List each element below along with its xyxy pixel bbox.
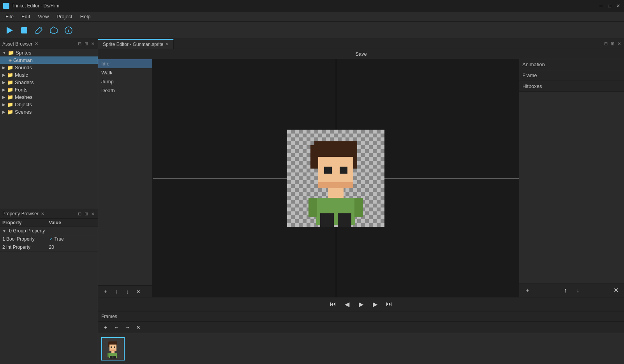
expand-arrow-meshes: ▶ <box>2 95 5 99</box>
tree-item-objects[interactable]: ▶ 📁 Objects <box>0 101 98 108</box>
prop-col-property: Property <box>2 220 49 225</box>
canvas-area[interactable] <box>153 59 519 297</box>
expand-arrow-shaders: ▶ <box>2 80 5 84</box>
property-browser-close-btn[interactable]: ✕ <box>90 211 95 217</box>
property-browser-title: Property Browser <box>2 211 39 216</box>
playback-play-button[interactable]: ▶ <box>356 299 367 309</box>
prop-row-group[interactable]: ▼ 0 Group Property <box>0 227 98 235</box>
svg-rect-27 <box>113 356 116 359</box>
frame-thumbnail-0[interactable] <box>101 337 125 360</box>
playback-first-button[interactable]: ⏮ <box>328 299 338 309</box>
prop-name-bool: 1 Bool Property <box>2 236 49 242</box>
tree-item-fonts[interactable]: ▶ 📁 Fonts <box>0 86 98 93</box>
tab-close-all[interactable]: ✕ <box>617 41 622 47</box>
right-down-button[interactable]: ↓ <box>573 285 583 295</box>
asset-browser-close[interactable]: ✕ <box>35 41 38 46</box>
tab-sprite-editor-close[interactable]: ✕ <box>166 42 169 46</box>
property-browser-popout[interactable]: ⊟ <box>77 211 82 217</box>
maximize-button[interactable]: □ <box>607 3 612 9</box>
asset-browser-popout[interactable]: ⊟ <box>77 41 82 47</box>
toolbar: i <box>0 22 624 39</box>
menu-view[interactable]: View <box>34 13 53 20</box>
frame-prev-button[interactable]: ← <box>112 323 121 332</box>
right-remove-button[interactable]: ✕ <box>611 285 621 295</box>
frames-header: Frames <box>98 311 624 321</box>
sprite-save-button[interactable]: Save <box>355 51 367 57</box>
tree-label-sounds: Sounds <box>15 65 32 70</box>
play-button[interactable] <box>3 24 16 37</box>
frame-add-button[interactable]: + <box>101 323 110 332</box>
tree-item-shaders[interactable]: ▶ 📁 Shaders <box>0 79 98 86</box>
tree-item-sprites[interactable]: ▼ 📁 Sprites <box>0 49 98 56</box>
playback-last-button[interactable]: ⏭ <box>384 299 395 309</box>
right-add-button[interactable]: + <box>522 285 532 295</box>
svg-marker-2 <box>50 27 57 34</box>
frame-remove-button[interactable]: ✕ <box>134 323 143 332</box>
folder-icon-shaders: 📁 <box>7 79 13 85</box>
asset-browser-close-btn[interactable]: ✕ <box>90 41 95 47</box>
svg-rect-25 <box>108 353 109 357</box>
asset-browser-float[interactable]: ⊞ <box>84 41 89 47</box>
anim-item-death[interactable]: Death <box>98 86 152 95</box>
tab-sprite-editor[interactable]: Sprite Editor - Gunman.sprite ✕ <box>98 39 174 49</box>
property-browser-float[interactable]: ⊞ <box>84 211 89 217</box>
tree-label-scenes: Scenes <box>15 109 32 115</box>
record-button[interactable] <box>18 24 30 37</box>
anim-add-button[interactable]: + <box>101 287 110 296</box>
menu-file[interactable]: File <box>2 13 18 20</box>
folder-icon-sounds: 📁 <box>7 65 13 70</box>
asset-browser-controls: ⊟ ⊞ ✕ <box>77 41 95 47</box>
tree-label-meshes: Meshes <box>15 94 33 100</box>
anim-item-idle[interactable]: Idle <box>98 59 152 68</box>
window-controls: ─ □ ✕ <box>598 3 621 9</box>
property-browser-header-left: Property Browser ✕ <box>2 211 44 216</box>
expand-arrow-sounds: ▶ <box>2 65 5 70</box>
prop-value-bool: ✓ True <box>49 236 96 242</box>
svg-rect-21 <box>114 346 115 348</box>
close-button[interactable]: ✕ <box>615 3 621 9</box>
property-table: Property Value ▼ 0 Group Property 1 Bool… <box>0 219 98 364</box>
prop-row-int[interactable]: 2 Int Property 20 <box>0 243 98 251</box>
property-browser-close[interactable]: ✕ <box>41 211 44 216</box>
playback-next-button[interactable]: ▶ <box>370 299 381 309</box>
prop-name-int: 2 Int Property <box>2 244 49 250</box>
svg-marker-0 <box>7 27 13 34</box>
animation-controls-bar: ⏮ ◀ ▶ ▶ ⏭ <box>98 297 624 311</box>
tree-item-sounds[interactable]: ▶ 📁 Sounds <box>0 64 98 71</box>
anim-up-button[interactable]: ↑ <box>112 287 121 296</box>
tab-popout[interactable]: ⊟ <box>603 41 608 47</box>
anim-remove-button[interactable]: ✕ <box>134 287 143 296</box>
tab-float[interactable]: ⊞ <box>610 41 615 47</box>
right-nav-group: ↑ ↓ <box>561 285 583 295</box>
prop-row-bool[interactable]: 1 Bool Property ✓ True <box>0 235 98 243</box>
sprite-canvas <box>287 130 384 227</box>
menu-help[interactable]: Help <box>76 13 95 20</box>
tree-label-shaders: Shaders <box>15 79 33 85</box>
titlebar: Trinket Editor - Ds/Flim ─ □ ✕ <box>0 0 624 12</box>
frames-list <box>98 333 624 364</box>
folder-icon-fonts: 📁 <box>7 87 13 93</box>
asset-browser-title: Asset Browser <box>2 41 32 47</box>
tree-item-gunman[interactable]: ◈ Gunman <box>0 56 98 64</box>
asset-browser-content: ▼ 📁 Sprites ◈ Gunman ▶ 📁 Sounds ▶ 📁 Musi… <box>0 49 98 209</box>
sprite-workspace: Idle Walk Jump Death + ↑ ↓ ✕ <box>98 59 624 297</box>
frame-next-button[interactable]: → <box>123 323 132 332</box>
tree-item-music[interactable]: ▶ 📁 Music <box>0 71 98 79</box>
bool-checkmark: ✓ <box>49 236 53 242</box>
tree-item-scenes[interactable]: ▶ 📁 Scenes <box>0 108 98 116</box>
prop-col-value: Value <box>49 220 96 225</box>
playback-prev-button[interactable]: ◀ <box>342 299 353 309</box>
right-up-button[interactable]: ↑ <box>561 285 571 295</box>
objects-button[interactable] <box>48 24 60 37</box>
anim-item-jump[interactable]: Jump <box>98 77 152 86</box>
menu-project[interactable]: Project <box>53 13 76 20</box>
anim-down-button[interactable]: ↓ <box>123 287 132 296</box>
tree-item-meshes[interactable]: ▶ 📁 Meshes <box>0 93 98 101</box>
info-button[interactable]: i <box>62 24 75 37</box>
anim-item-walk[interactable]: Walk <box>98 68 152 77</box>
tools-button[interactable] <box>33 24 45 37</box>
frame-section-header: Frame <box>519 70 624 81</box>
minimize-button[interactable]: ─ <box>598 3 604 9</box>
titlebar-left: Trinket Editor - Ds/Flim <box>3 3 59 9</box>
menu-edit[interactable]: Edit <box>18 13 34 20</box>
